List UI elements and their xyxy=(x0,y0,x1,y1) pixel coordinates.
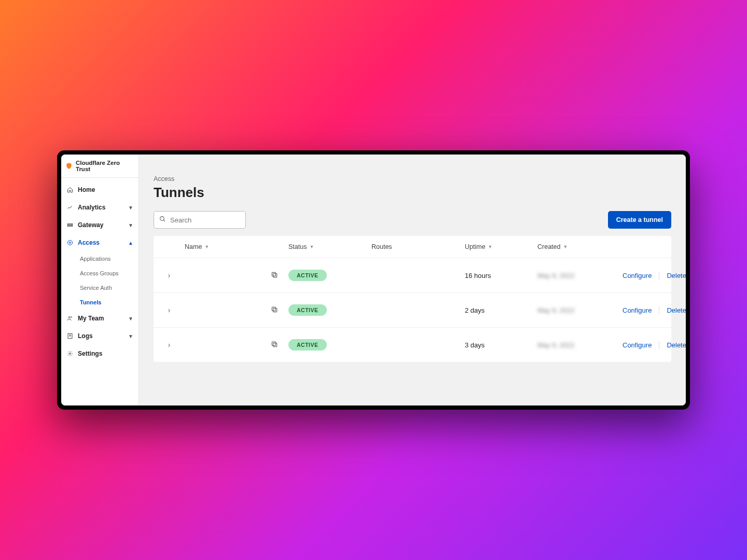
subnav-service-auth[interactable]: Service Auth xyxy=(75,281,139,295)
table-row: › ACTIVE 3 days May 9, 2022 Configure De… xyxy=(154,328,671,362)
search-input[interactable] xyxy=(170,216,240,224)
status-badge: ACTIVE xyxy=(288,270,327,281)
search-icon xyxy=(159,215,166,225)
svg-rect-12 xyxy=(273,273,277,277)
svg-rect-1 xyxy=(68,226,73,227)
nav-label: Analytics xyxy=(78,204,124,211)
svg-point-4 xyxy=(68,317,70,318)
copy-icon[interactable] xyxy=(271,341,278,349)
tunnels-table: Name▼ Status▼ Routes Uptime▼ Created▼ › … xyxy=(154,236,671,362)
analytics-icon xyxy=(66,204,74,211)
uptime-value: 3 days xyxy=(465,341,537,349)
uptime-value: 16 hours xyxy=(465,272,537,279)
breadcrumb: Access xyxy=(154,175,671,183)
subnav-access-groups[interactable]: Access Groups xyxy=(75,266,139,281)
home-icon xyxy=(66,186,74,193)
team-icon xyxy=(66,315,74,322)
created-value: May 9, 2022 xyxy=(537,341,575,349)
nav-label: Gateway xyxy=(78,221,124,229)
chevron-down-icon: ▼ xyxy=(128,316,133,321)
svg-line-11 xyxy=(163,220,165,221)
nav-label: Settings xyxy=(78,350,133,357)
create-tunnel-button[interactable]: Create a tunnel xyxy=(608,211,671,229)
nav-home[interactable]: Home xyxy=(61,181,139,199)
brand-text: Cloudflare Zero Trust xyxy=(76,160,134,172)
nav-my-team[interactable]: My Team ▼ xyxy=(61,310,139,327)
col-created[interactable]: Created▼ xyxy=(537,243,615,250)
sort-icon: ▼ xyxy=(309,244,314,249)
svg-point-9 xyxy=(70,353,71,355)
expand-row-icon[interactable]: › xyxy=(168,341,171,349)
created-value: May 9, 2022 xyxy=(537,306,575,314)
svg-rect-17 xyxy=(272,342,275,345)
copy-icon[interactable] xyxy=(271,271,278,280)
nav-settings[interactable]: Settings xyxy=(61,345,139,362)
table-row: › ACTIVE 2 days May 9, 2022 Configure De… xyxy=(154,293,671,328)
access-icon xyxy=(66,239,74,246)
delete-link[interactable]: Delete xyxy=(659,306,686,314)
configure-link[interactable]: Configure xyxy=(615,272,659,279)
nav-label: Access xyxy=(78,239,124,246)
svg-rect-15 xyxy=(272,307,275,311)
nav-access[interactable]: Access ▲ xyxy=(61,234,139,251)
created-value: May 9, 2022 xyxy=(537,272,575,279)
configure-link[interactable]: Configure xyxy=(615,306,659,314)
nav-label: Logs xyxy=(78,332,124,340)
status-badge: ACTIVE xyxy=(288,304,327,316)
svg-point-2 xyxy=(70,242,71,244)
svg-rect-14 xyxy=(273,308,277,312)
sidebar: Cloudflare Zero Trust Home Analytics ▼ xyxy=(61,155,139,405)
nav-label: My Team xyxy=(78,315,124,322)
subnav-applications[interactable]: Applications xyxy=(75,251,139,266)
col-uptime[interactable]: Uptime▼ xyxy=(465,243,537,250)
expand-row-icon[interactable]: › xyxy=(168,306,171,314)
gateway-icon xyxy=(66,221,74,229)
logs-icon xyxy=(66,332,74,340)
expand-row-icon[interactable]: › xyxy=(168,271,171,279)
sort-icon: ▼ xyxy=(204,244,209,249)
chevron-up-icon: ▲ xyxy=(128,240,133,246)
svg-point-10 xyxy=(160,217,164,221)
delete-link[interactable]: Delete xyxy=(659,272,686,279)
svg-rect-16 xyxy=(273,343,277,346)
chevron-down-icon: ▼ xyxy=(128,333,133,339)
copy-icon[interactable] xyxy=(271,306,278,315)
uptime-value: 2 days xyxy=(465,306,537,314)
sort-icon: ▼ xyxy=(563,244,568,249)
page-title: Tunnels xyxy=(154,185,671,201)
col-name[interactable]: Name▼ xyxy=(185,243,288,250)
gear-icon xyxy=(66,350,74,357)
table-header: Name▼ Status▼ Routes Uptime▼ Created▼ xyxy=(154,236,671,258)
nav-logs[interactable]: Logs ▼ xyxy=(61,327,139,345)
search-box[interactable] xyxy=(154,211,246,229)
nav: Home Analytics ▼ Gateway ▼ xyxy=(61,178,139,366)
table-row: › ACTIVE 16 hours May 9, 2022 Configure … xyxy=(154,258,671,293)
configure-link[interactable]: Configure xyxy=(615,341,659,349)
main-content: Access Tunnels Create a tunnel Name▼ Sta… xyxy=(139,155,686,405)
subnav-tunnels[interactable]: Tunnels xyxy=(75,295,139,310)
status-badge: ACTIVE xyxy=(288,339,327,351)
toolbar: Create a tunnel xyxy=(154,211,671,229)
nav-analytics[interactable]: Analytics ▼ xyxy=(61,199,139,216)
nav-label: Home xyxy=(78,186,133,193)
cloudflare-shield-icon xyxy=(65,162,73,170)
brand: Cloudflare Zero Trust xyxy=(61,155,139,178)
svg-point-3 xyxy=(68,241,73,245)
delete-link[interactable]: Delete xyxy=(659,341,686,349)
access-subnav: Applications Access Groups Service Auth … xyxy=(61,251,139,310)
nav-gateway[interactable]: Gateway ▼ xyxy=(61,216,139,234)
col-status[interactable]: Status▼ xyxy=(288,243,371,250)
sort-icon: ▼ xyxy=(488,244,493,249)
chevron-down-icon: ▼ xyxy=(128,205,133,211)
svg-rect-0 xyxy=(68,224,73,225)
col-routes[interactable]: Routes xyxy=(371,243,465,250)
svg-rect-13 xyxy=(272,272,275,276)
chevron-down-icon: ▼ xyxy=(128,222,133,228)
svg-point-5 xyxy=(71,317,72,318)
